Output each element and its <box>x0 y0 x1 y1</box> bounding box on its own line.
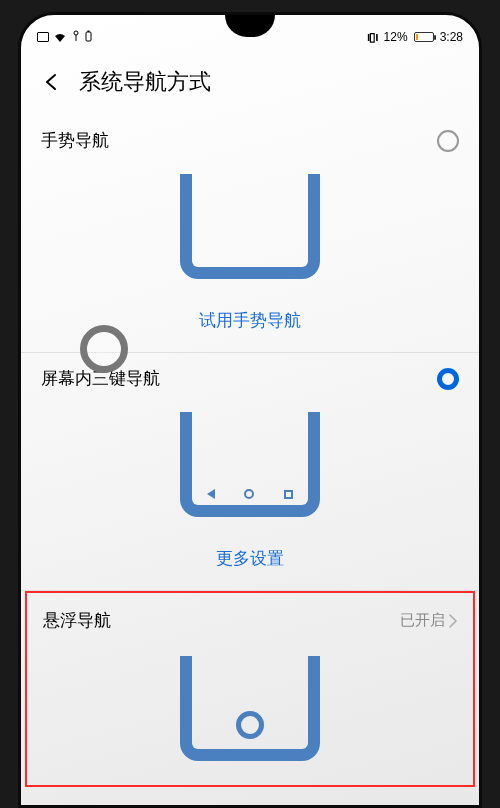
phone-frame: ı▯ı 12% 3:28 系统导航方式 手势导航 试用手势导航 屏幕内 <box>18 12 482 808</box>
option-floating-value: 已开启 <box>400 611 445 630</box>
touch-indicator <box>80 325 128 373</box>
option-gesture[interactable]: 手势导航 <box>37 115 463 166</box>
screen: ı▯ı 12% 3:28 系统导航方式 手势导航 试用手势导航 屏幕内 <box>21 15 479 805</box>
link-more-settings[interactable]: 更多设置 <box>37 531 463 590</box>
radio-three-key[interactable] <box>437 368 459 390</box>
vibration-icon: ı▯ı <box>367 30 378 44</box>
wifi-icon <box>53 32 67 43</box>
battery-percent: 12% <box>384 30 408 44</box>
radio-gesture[interactable] <box>437 130 459 152</box>
option-floating-label: 悬浮导航 <box>43 609 111 632</box>
page-title: 系统导航方式 <box>79 67 211 97</box>
page-header: 系统导航方式 <box>37 51 463 115</box>
nav-back-icon <box>207 489 215 499</box>
chevron-right-icon <box>449 614 457 628</box>
svg-rect-2 <box>88 30 90 32</box>
illustration-gesture <box>37 166 463 293</box>
svg-rect-1 <box>86 32 91 41</box>
option-floating[interactable]: 悬浮导航 已开启 <box>39 593 461 648</box>
back-button[interactable] <box>41 71 63 93</box>
highlight-box: 悬浮导航 已开启 <box>25 591 475 787</box>
illustration-three-key <box>37 404 463 531</box>
illustration-floating <box>39 648 461 775</box>
sound-icon <box>71 30 81 45</box>
clock: 3:28 <box>440 30 463 44</box>
nav-home-icon <box>244 489 254 499</box>
option-gesture-label: 手势导航 <box>41 129 109 152</box>
sim-icon <box>37 32 49 42</box>
nav-recent-icon <box>284 490 293 499</box>
battery-small-icon <box>85 30 92 45</box>
float-circle-icon <box>236 711 264 739</box>
svg-point-0 <box>74 31 78 35</box>
battery-icon <box>414 32 434 42</box>
